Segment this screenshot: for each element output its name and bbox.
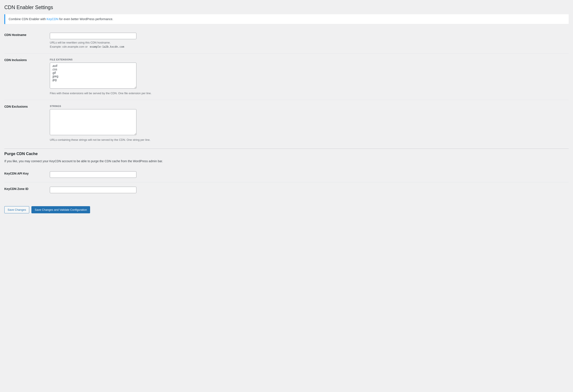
cdn-inclusions-sublabel: FILE EXTENSIONS [50,58,567,61]
purge-section-description: If you like, you may connect your KeyCDN… [4,159,569,163]
cdn-hostname-example-plain: cdn.example.com [62,45,85,48]
cdn-hostname-input[interactable] [50,33,136,39]
cdn-hostname-example-code: example-1a2b.kxcdn.com [89,45,125,49]
cdn-inclusions-row: CDN Inclusions FILE EXTENSIONS .avif .cs… [4,53,569,100]
keycdn-api-key-input[interactable] [50,171,136,178]
purge-section-title: Purge CDN Cache [4,151,569,157]
cdn-inclusions-textarea[interactable]: .avif .css .gif .jpeg .jpg [50,63,136,89]
cdn-hostname-example-or: or [85,45,89,48]
save-changes-button[interactable]: Save Changes [4,206,29,214]
notice-text: Combine CDN Enabler with KeyCDN for even… [9,17,565,21]
keycdn-zone-id-row: KeyCDN Zone ID [4,182,569,197]
buttons-row: Save Changes Save Changes and Validate C… [4,202,569,214]
keycdn-zone-id-cell [48,182,569,197]
cdn-hostname-label: CDN Hostname [4,28,48,53]
save-and-validate-button[interactable]: Save Changes and Validate Configuration [31,206,90,214]
cdn-hostname-description: URLs will be rewritten using this CDN ho… [50,40,567,49]
settings-table: CDN Hostname URLs will be rewritten usin… [4,28,569,146]
keycdn-api-key-cell [48,167,569,182]
api-settings-table: KeyCDN API Key KeyCDN Zone ID [4,167,569,197]
notice-text-before: Combine CDN Enabler with [9,17,47,21]
cdn-exclusions-row: CDN Exclusions STRINGS URLs containing t… [4,100,569,146]
cdn-exclusions-label: CDN Exclusions [4,100,48,146]
keycdn-link[interactable]: KeyCDN [47,17,58,21]
notice-text-after: for even better WordPress performance. [58,17,113,21]
cdn-inclusions-description: Files with these extensions will be serv… [50,91,567,95]
cdn-inclusions-label: CDN Inclusions [4,53,48,100]
cdn-exclusions-description: URLs containing these strings will not b… [50,138,567,142]
cdn-exclusions-textarea[interactable] [50,109,136,135]
notice-banner: Combine CDN Enabler with KeyCDN for even… [4,14,569,24]
keycdn-api-key-label: KeyCDN API Key [4,167,48,182]
page-title: CDN Enabler Settings [4,4,569,11]
cdn-inclusions-cell: FILE EXTENSIONS .avif .css .gif .jpeg .j… [48,53,569,100]
cdn-hostname-example-prefix: Example: [50,45,62,48]
keycdn-zone-id-input[interactable] [50,187,136,193]
cdn-hostname-cell: URLs will be rewritten using this CDN ho… [48,28,569,53]
cdn-exclusions-sublabel: STRINGS [50,104,567,108]
keycdn-zone-id-label: KeyCDN Zone ID [4,182,48,197]
cdn-exclusions-cell: STRINGS URLs containing these strings wi… [48,100,569,146]
keycdn-api-key-row: KeyCDN API Key [4,167,569,182]
cdn-hostname-row: CDN Hostname URLs will be rewritten usin… [4,28,569,53]
